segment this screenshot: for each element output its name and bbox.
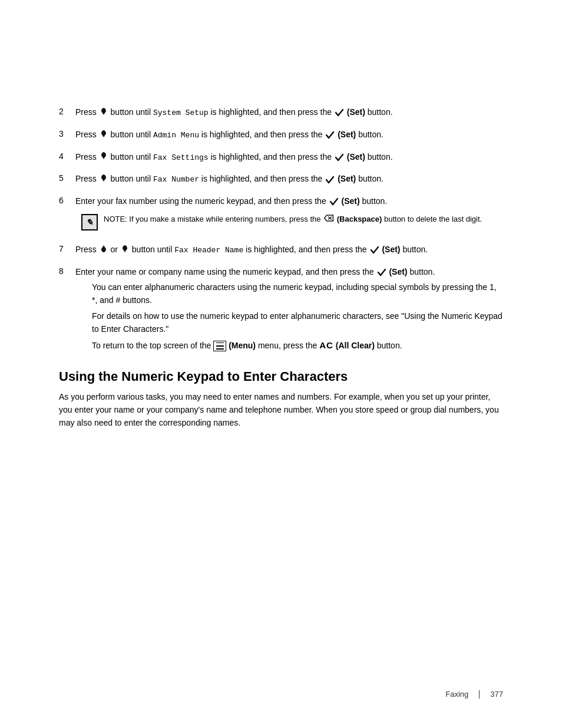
step-3: 3 Press button until Admin Menu is highl… bbox=[59, 129, 503, 144]
step-8: 8 Enter your name or company name using … bbox=[59, 266, 503, 355]
footer: Faxing 377 bbox=[445, 690, 503, 699]
ac-text: AC bbox=[319, 340, 333, 350]
step-number-3: 3 bbox=[59, 129, 75, 139]
step-content-7: Press or button until Fax Header Name is… bbox=[75, 243, 503, 259]
step-content-3: Press button until Admin Menu is highlig… bbox=[75, 129, 503, 144]
up-arrow-icon bbox=[100, 244, 108, 256]
section-body: As you perform various tasks, you may ne… bbox=[59, 390, 503, 430]
checkmark-icon bbox=[335, 108, 344, 117]
step-number-4: 4 bbox=[59, 151, 75, 161]
checkmark-icon-7 bbox=[370, 245, 379, 255]
step-content-6: Enter your fax number using the numeric … bbox=[75, 195, 503, 236]
footer-page-number: 377 bbox=[490, 690, 503, 699]
down-arrow-icon-5 bbox=[100, 173, 108, 186]
down-arrow-icon-4 bbox=[100, 151, 108, 163]
down-arrow-icon bbox=[100, 107, 108, 119]
step-number-8: 8 bbox=[59, 266, 75, 276]
checkmark-icon-6 bbox=[329, 197, 339, 206]
menu-icon bbox=[213, 341, 226, 351]
step-content-5: Press button until Fax Number is highlig… bbox=[75, 173, 503, 188]
down-arrow-icon-7 bbox=[121, 244, 129, 256]
footer-category: Faxing bbox=[445, 690, 468, 699]
footer-separator bbox=[479, 690, 480, 699]
step-8-extra-2: For details on how to use the numeric ke… bbox=[92, 309, 503, 336]
step-4: 4 Press button until Fax Settings is hig… bbox=[59, 151, 503, 166]
step-content-8: Enter your name or company name using th… bbox=[75, 266, 503, 355]
checkmark-icon-8 bbox=[377, 268, 386, 277]
down-arrow-icon-3 bbox=[100, 129, 108, 141]
step-8-extra-1: You can enter alphanumeric characters us… bbox=[92, 281, 503, 307]
note-text: NOTE: If you make a mistake while enteri… bbox=[104, 213, 482, 225]
svg-marker-0 bbox=[325, 215, 333, 221]
checkmark-icon-5 bbox=[325, 175, 335, 185]
section-heading: Using the Numeric Keypad to Enter Charac… bbox=[59, 369, 503, 384]
step-number-2: 2 bbox=[59, 106, 75, 116]
step-8-return-note: To return to the top screen of the (Menu… bbox=[92, 338, 503, 353]
step-2: 2 Press button until System Setup is hig… bbox=[59, 106, 503, 121]
steps-list: 2 Press button until System Setup is hig… bbox=[59, 106, 503, 355]
step-number-6: 6 bbox=[59, 195, 75, 205]
note-box: ✎ NOTE: If you make a mistake while ente… bbox=[75, 213, 503, 230]
step-6: 6 Enter your fax number using the numeri… bbox=[59, 195, 503, 236]
step-5: 5 Press button until Fax Number is highl… bbox=[59, 173, 503, 188]
checkmark-icon-3 bbox=[325, 130, 335, 140]
step-content-4: Press button until Fax Settings is highl… bbox=[75, 151, 503, 166]
note-pencil-icon: ✎ bbox=[81, 214, 98, 230]
page: 2 Press button until System Setup is hig… bbox=[0, 0, 562, 728]
step-number-5: 5 bbox=[59, 173, 75, 183]
step-7: 7 Press or button until Fax Header Name … bbox=[59, 243, 503, 259]
step-number-7: 7 bbox=[59, 243, 75, 253]
checkmark-icon-4 bbox=[335, 153, 344, 162]
step-content-2: Press button until System Setup is highl… bbox=[75, 106, 503, 121]
backspace-icon bbox=[323, 214, 334, 226]
